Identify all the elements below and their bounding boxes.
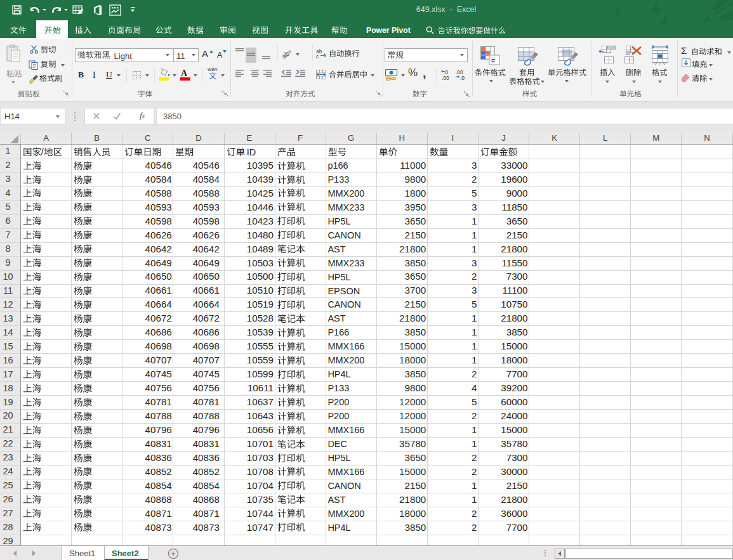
svg-text:.00: .00 — [442, 75, 449, 81]
svg-text:.0: .0 — [460, 75, 465, 81]
svg-text:≠: ≠ — [491, 56, 496, 65]
